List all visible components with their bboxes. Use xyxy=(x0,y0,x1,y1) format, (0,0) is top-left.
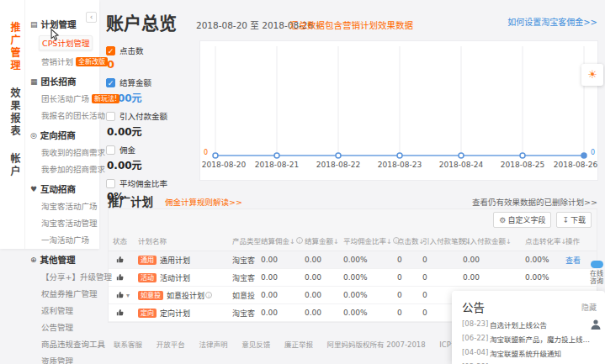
footer-link-contact[interactable]: 联系客服 xyxy=(114,340,142,349)
announcement-text: 淘宝联盟新产品，魔力投上线相... xyxy=(490,334,597,344)
sidebar-item-rebate-manage[interactable]: 返利管理 xyxy=(41,304,99,316)
x-tick-label: 2018-08-26 xyxy=(554,161,597,169)
promoting-status-icon xyxy=(116,309,125,317)
right-axis-zero-label: 0 xyxy=(591,149,595,156)
footer-copyright: 阿里妈妈版权所有 2007-2018 xyxy=(327,340,426,349)
menu-section-targeting-header[interactable]: ◎ 定向招商 xyxy=(30,129,99,141)
sidebar-item-announcement-manage[interactable]: 公告管理 xyxy=(41,321,99,333)
col-action: 操作 xyxy=(565,235,597,245)
announcement-item[interactable]: [04-04] 淘宝联盟系统升级通知 xyxy=(462,348,597,358)
sidebar-item-league-plaza[interactable]: 团长活动广场 新玩法! xyxy=(41,92,99,104)
deleted-plans-link[interactable]: 查看仍有效果数据的已删除计划>> xyxy=(472,196,597,208)
cell-pay-amount: 0.00 xyxy=(463,256,525,264)
announcement-item[interactable]: [08-23] 自选计划上线公告 xyxy=(462,319,597,330)
table-header-row: 状态 计划名称 产品类型 结算佣金↓i 结算金额↓ 平均佣金比率↓i 点击数↓ … xyxy=(109,229,597,251)
info-icon[interactable]: i xyxy=(296,237,303,244)
sidebar-item-taoke-activity-manage[interactable]: 淘宝客活动管理 xyxy=(41,217,99,229)
col-clicks[interactable]: 点击数↓ xyxy=(397,235,422,245)
cell-settle-amount: 0.00 xyxy=(305,291,343,299)
overview-chart: 0 0 2018-08-20 2018-08-21 2018-08-22 201… xyxy=(199,40,598,181)
cell-avg-rate: 0.00% xyxy=(343,256,397,264)
metric-pay-amount: 引入付款金额 0.00元 xyxy=(106,110,195,138)
cell-settle-amount: 0.00 xyxy=(305,309,343,317)
commission-rule-link[interactable]: 佣金计算规则解读>> xyxy=(165,196,242,208)
footer-link-feedback[interactable]: 意见反馈 xyxy=(241,340,270,349)
x-tick-label: 2018-08-23 xyxy=(378,161,422,169)
col-pay-amount[interactable]: 引入付款金额↓ xyxy=(463,235,525,245)
sidebar-item-received-requests[interactable]: 我收到的招商需求 xyxy=(41,146,99,158)
interact-icon: ♥ xyxy=(30,185,37,193)
sidebar-item-joined-requests[interactable]: 我参加的招商需求 xyxy=(41,163,99,175)
announcement-hide-link[interactable]: 隐藏 xyxy=(581,302,597,313)
col-avg-rate[interactable]: 平均佣金比率↓i xyxy=(343,235,397,245)
footer-link-legal[interactable]: 法律声明 xyxy=(199,340,227,349)
col-cvr[interactable]: 点击转化率↓ xyxy=(525,235,565,245)
metric-value: 0.00元 xyxy=(107,90,195,104)
commission-checkbox[interactable] xyxy=(106,145,115,155)
quick-settings-icon[interactable]: ☀ xyxy=(581,64,603,86)
service-avatar-icon[interactable] xyxy=(590,318,602,334)
table-row: 通用通用计划 淘宝客 0.00 0.00 0.00% 0 0 0.00 0.00… xyxy=(109,251,597,269)
plan-status-cell[interactable] xyxy=(113,273,138,282)
tab-promotion-manage[interactable]: 推广管理 xyxy=(8,22,22,72)
menu-section-plan-header[interactable]: ▤ 计划管理 xyxy=(30,18,99,30)
menu-section-other-header[interactable]: ⊕ 其他管理 xyxy=(30,253,99,266)
sidebar-item-qualification-manage[interactable]: 资质管理 xyxy=(41,355,99,364)
col-label: 平均佣金比率 xyxy=(343,237,386,245)
sort-arrow-icon[interactable]: ↓ xyxy=(289,238,295,245)
plan-status-cell[interactable]: ▾ xyxy=(113,291,138,299)
menu-section-label: 团长招商 xyxy=(41,75,77,87)
footer-link-integrity-report[interactable]: 廉正举报 xyxy=(284,340,313,349)
col-pay-orders[interactable]: 引入付款笔数↓ xyxy=(422,235,463,245)
sidebar-item-violation-query-tool[interactable]: 商品违规查询工具 xyxy=(41,338,99,350)
plan-status-cell[interactable] xyxy=(113,309,138,317)
col-status[interactable]: 状态 xyxy=(113,235,138,245)
cell-product-type: 淘宝客 xyxy=(232,272,261,283)
menu-section-interactive-header[interactable]: ♥ 互动招商 xyxy=(30,182,99,195)
col-settle-amount[interactable]: 结算金额↓ xyxy=(305,235,343,245)
sidebar-item-my-league-activities[interactable]: 我报名的团长活动 xyxy=(41,109,99,121)
customize-fields-button[interactable]: ⚙自定义字段 xyxy=(493,212,551,228)
col-plan-name[interactable]: 计划名称 xyxy=(138,235,232,245)
download-label: 下载 xyxy=(571,216,586,224)
announcement-item[interactable]: [06-22] 淘宝联盟新产品，魔力投上线相... xyxy=(462,334,597,344)
x-tick-label: 2018-08-24 xyxy=(439,161,483,169)
col-label: 结算金额 xyxy=(305,237,333,245)
sidebar-item-taoke-activity-plaza[interactable]: 淘宝客活动广场 xyxy=(41,200,99,212)
metric-label: 点击数 xyxy=(119,45,144,56)
sidebar-item-marketing-plan[interactable]: 营销计划 全新改版 xyxy=(41,55,99,67)
sidebar-item-cps-plan-manage[interactable]: CPS计划管理 xyxy=(39,35,93,50)
pay-amount-checkbox[interactable] xyxy=(106,112,115,121)
announcement-text: 自选计划上线公告 xyxy=(490,319,547,330)
app-root: 推广管理 效果报表 帐户 ‹ ▤ 计划管理 CPS计划管理 营销计划 全新改版 xyxy=(0,0,605,364)
sidebar-item-etao-activity-plaza[interactable]: 一淘活动广场 xyxy=(41,234,99,245)
plan-status-cell[interactable] xyxy=(113,256,138,264)
sort-arrow-icon[interactable]: ↓ xyxy=(386,238,392,245)
customize-fields-label: 自定义字段 xyxy=(507,216,545,224)
tab-effect-report[interactable]: 效果报表 xyxy=(8,87,22,138)
sidebar-item-share-plus-upgrade[interactable]: 【分享+】升级管理 xyxy=(41,271,99,282)
sidebar-item-coupon-promo-manage[interactable]: 权益券推广管理 xyxy=(41,288,99,299)
sort-arrow-icon[interactable]: ↓ xyxy=(506,238,512,245)
info-icon[interactable]: i xyxy=(205,292,212,298)
sort-arrow-icon[interactable]: ↓ xyxy=(333,238,339,245)
cell-clicks: 0 xyxy=(397,273,422,282)
avg-rate-checkbox[interactable] xyxy=(106,179,115,188)
menu-section-league-header[interactable]: ▦ 团长招商 xyxy=(30,75,99,87)
download-button[interactable]: ↧下载 xyxy=(556,212,592,228)
online-consult-widget[interactable]: 在线咨询 xyxy=(588,261,605,285)
col-product-type[interactable]: 产品类型 xyxy=(232,235,261,245)
metric-list: ✓ 点击数 0 ✓ 结算金额 0.00元 引入付款金额 0.00元 佣金 0. xyxy=(106,45,195,208)
table-row: 活动活动计划 淘宝客 0.00 0.00 0.00% 0 0 0.00 0.00… xyxy=(109,269,597,287)
cell-settle-amount: 0.00 xyxy=(305,256,343,264)
tab-account[interactable]: 帐户 xyxy=(8,153,22,178)
col-settle-commission[interactable]: 结算佣金↓i xyxy=(261,235,305,245)
footer-link-open-platform[interactable]: 开放平台 xyxy=(157,340,185,349)
commission-help-link[interactable]: 如何设置淘宝客佣金>> xyxy=(507,15,597,28)
settle-amount-checkbox[interactable]: ✓ xyxy=(106,78,115,87)
cell-settle-amount: 0.00 xyxy=(305,273,343,282)
plan-name-cell: 定向定向计划 xyxy=(138,308,232,319)
chevron-down-icon[interactable]: ▾ xyxy=(126,292,130,299)
clicks-checkbox[interactable]: ✓ xyxy=(106,46,115,55)
x-tick-label: 2018-08-20 xyxy=(202,161,246,169)
